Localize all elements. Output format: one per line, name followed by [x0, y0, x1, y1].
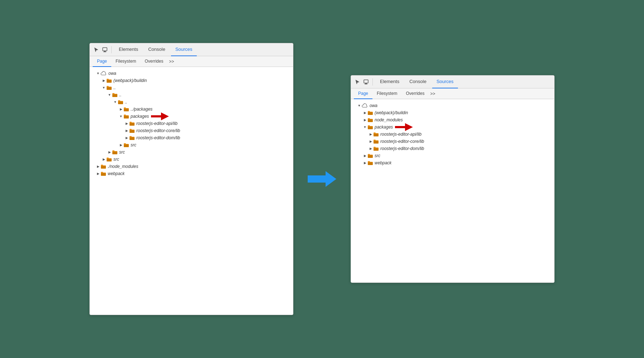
svg-rect-0: [103, 48, 107, 51]
tree-arrow-owa-left: [96, 71, 101, 76]
tree-label-owa-left: owa: [108, 71, 116, 76]
tree-item-packages-right[interactable]: packages: [351, 124, 554, 131]
transition-arrow: [308, 168, 336, 190]
tab-sources-left[interactable]: Sources: [171, 43, 197, 56]
tab-sources-right[interactable]: Sources: [432, 76, 458, 88]
folder-icon-webpack-right: [367, 110, 373, 115]
folder-icon-api-lib-left: [129, 121, 135, 126]
tab-elements-left[interactable]: Elements: [114, 43, 142, 56]
right-sub-tabs: Page Filesystem Overrides >>: [351, 88, 554, 99]
red-arrow-packages-left: [151, 112, 169, 120]
tree-arrow-node-modules-right: [362, 117, 367, 122]
svg-marker-3: [151, 112, 169, 120]
folder-icon-src2-left: [112, 150, 118, 155]
tree-item-webpack-right[interactable]: (webpack)/buildin: [351, 109, 554, 116]
tree-item-dotdot2-left[interactable]: ..: [90, 91, 293, 98]
svg-rect-7: [365, 84, 367, 84]
folder-icon-webpack-root-left: [101, 171, 106, 176]
subtab-filesystem-right[interactable]: Filesystem: [372, 88, 401, 99]
folder-icon-dotdot2-left: [112, 92, 118, 97]
tree-item-owa-left[interactable]: owa: [90, 70, 293, 77]
tree-label-src-right: src: [375, 153, 380, 158]
folder-icon-src1-left: [123, 142, 129, 147]
tree-arrow-packages-left: [118, 114, 123, 119]
tree-label-core-lib-left: roosterjs-editor-core/lib: [136, 128, 180, 133]
right-devtools-panel: Elements Console Sources Page Filesystem…: [351, 75, 555, 283]
folder-icon-core-lib-right: [373, 139, 379, 144]
tree-label-webpack-root-right: webpack: [375, 160, 391, 165]
cloud-icon-left: [101, 71, 107, 76]
tree-item-core-lib-left[interactable]: roosterjs-editor-core/lib: [90, 127, 293, 134]
toolbar-separator: [111, 46, 112, 53]
tree-arrow-core-lib-left: [124, 128, 129, 133]
folder-icon-src-right: [367, 153, 373, 158]
svg-rect-5: [364, 80, 368, 83]
tab-console-left[interactable]: Console: [144, 43, 170, 56]
red-arrow-packages-right: [395, 123, 413, 131]
tree-item-src3-left[interactable]: src: [90, 156, 293, 163]
tree-label-webpack-left: (webpack)/buildin: [113, 78, 147, 83]
folder-icon-packages-left: [123, 114, 129, 119]
tree-arrow-src-right: [362, 153, 367, 158]
tree-label-packages-right: packages: [375, 125, 393, 130]
tree-item-src2-left[interactable]: src: [90, 149, 293, 156]
tree-item-webpack-root-left[interactable]: webpack: [90, 170, 293, 177]
tree-label-src1-left: src: [131, 142, 136, 147]
tree-item-dotdot3-left[interactable]: ..: [90, 98, 293, 106]
folder-icon-webpack-left: [106, 78, 112, 83]
tree-label-dom-lib-left: roosterjs-editor-dom/lib: [136, 135, 180, 140]
tree-item-node-modules-left[interactable]: ./node_modules: [90, 163, 293, 170]
tree-item-dom-lib-right[interactable]: roosterjs-editor-dom/lib: [351, 145, 554, 152]
tree-item-node-modules-right[interactable]: node_modules: [351, 116, 554, 124]
tree-item-api-lib-left[interactable]: roosterjs-editor-api/lib: [90, 120, 293, 127]
tree-label-node-modules-right: node_modules: [375, 117, 403, 122]
left-file-tree: owa (webpack)/buildin: [90, 67, 293, 315]
tree-arrow-webpack-left: [101, 78, 106, 83]
tree-item-packages-left[interactable]: packages: [90, 113, 293, 120]
tree-arrow-api-lib-right: [368, 132, 373, 137]
svg-rect-6: [365, 83, 367, 84]
subtab-overrides-left[interactable]: Overrides: [140, 56, 167, 67]
subtab-overrides-right[interactable]: Overrides: [401, 88, 429, 99]
tree-arrow-src1-left: [118, 142, 123, 147]
tree-arrow-dom-lib-right: [368, 146, 373, 151]
subtab-page-right[interactable]: Page: [354, 88, 372, 99]
tree-item-dom-lib-left[interactable]: roosterjs-editor-dom/lib: [90, 134, 293, 141]
tree-item-src-right[interactable]: src: [351, 152, 554, 159]
inspect-icon[interactable]: [101, 46, 108, 53]
tree-arrow-webpack-root-right: [362, 160, 367, 165]
folder-icon-dom-lib-right: [373, 146, 379, 151]
tree-arrow-node-modules-left: [96, 164, 101, 169]
tree-item-api-lib-right[interactable]: roosterjs-editor-api/lib: [351, 131, 554, 138]
tree-label-src2-left: src: [119, 150, 125, 155]
tree-label-api-lib-right: roosterjs-editor-api/lib: [380, 132, 421, 137]
tree-item-owa-right[interactable]: owa: [351, 102, 554, 109]
tree-label-dotdot1-left: ..: [113, 85, 116, 90]
cursor-icon-right[interactable]: [354, 78, 361, 86]
tree-arrow-dotdot-packages-left: [118, 107, 123, 112]
subtab-more-right[interactable]: >>: [429, 91, 436, 96]
tree-item-dotdot-packages-left[interactable]: ../packages: [90, 106, 293, 113]
tree-item-dotdot1-left[interactable]: ..: [90, 84, 293, 91]
tree-item-src1-left[interactable]: src: [90, 141, 293, 149]
tree-item-webpack-root-right[interactable]: webpack: [351, 159, 554, 166]
folder-icon-core-lib-left: [129, 128, 135, 133]
subtab-filesystem-left[interactable]: Filesystem: [111, 56, 140, 67]
tree-label-packages-left: packages: [131, 114, 149, 119]
tree-arrow-webpack-root-left: [96, 171, 101, 176]
tree-label-core-lib-right: roosterjs-editor-core/lib: [380, 139, 424, 144]
left-devtools-panel: Elements Console Sources Page Filesystem…: [89, 43, 293, 315]
subtab-more-left[interactable]: >>: [167, 59, 175, 64]
tab-elements-right[interactable]: Elements: [376, 76, 404, 88]
folder-icon-node-modules-left: [101, 164, 106, 169]
tree-item-webpack-left[interactable]: (webpack)/buildin: [90, 77, 293, 84]
cursor-icon[interactable]: [93, 46, 100, 53]
tree-item-core-lib-right[interactable]: roosterjs-editor-core/lib: [351, 138, 554, 145]
inspect-icon-right[interactable]: [362, 78, 370, 86]
folder-icon-dotdot3-left: [118, 100, 123, 105]
main-container: Elements Console Sources Page Filesystem…: [89, 43, 555, 315]
tab-console-right[interactable]: Console: [405, 76, 431, 88]
svg-rect-2: [103, 52, 106, 52]
subtab-page-left[interactable]: Page: [93, 56, 111, 67]
tree-label-src3-left: src: [113, 157, 119, 162]
